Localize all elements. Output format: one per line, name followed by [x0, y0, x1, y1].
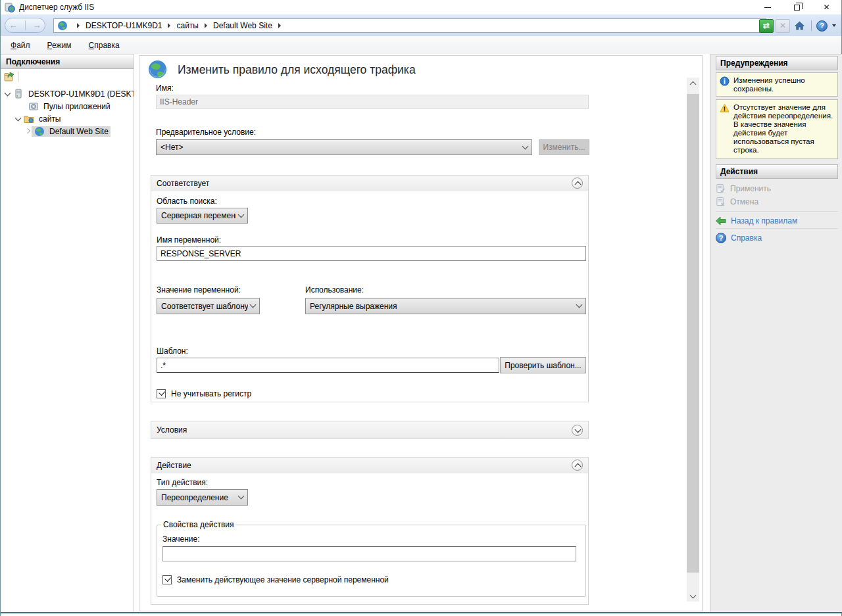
test-pattern-button[interactable]: Проверить шаблон...	[500, 357, 586, 373]
value-match-select[interactable]: Соответствует шаблону	[157, 298, 260, 314]
tree-item-default-web-site[interactable]: Default Web Site	[1, 125, 134, 137]
app-pools-icon	[28, 101, 39, 112]
minimize-button[interactable]	[753, 0, 782, 14]
back-arrow-icon	[716, 216, 726, 225]
change-button[interactable]: Изменить...	[539, 139, 589, 155]
action-section-title: Действие	[157, 461, 572, 470]
help-label[interactable]: Справка	[731, 233, 762, 243]
site-globe-icon	[34, 126, 45, 137]
pattern-label: Шаблон:	[157, 346, 188, 356]
action-type-label: Тип действия:	[157, 478, 208, 487]
breadcrumb-server[interactable]: DESKTOP-U1MK9D1	[86, 21, 162, 30]
menu-file[interactable]: Файл	[11, 39, 38, 52]
value-label: Значение:	[162, 534, 200, 544]
back-to-rules-label[interactable]: Назад к правилам	[731, 216, 797, 225]
sites-folder-icon	[24, 114, 34, 124]
breadcrumb-sites[interactable]: сайты	[176, 21, 199, 30]
precondition-label: Предварительное условие:	[156, 128, 256, 137]
tree-item-label[interactable]: сайты	[37, 114, 63, 124]
main-content: Изменить правило для исходящего трафика …	[135, 54, 710, 612]
match-section: Соответствует Область поиска: Серверная …	[151, 175, 589, 402]
nav-buttons: ← →	[5, 18, 45, 33]
menu-help[interactable]: Справка	[89, 39, 128, 52]
apply-icon	[716, 183, 726, 193]
tree-item-label[interactable]: Пулы приложений	[41, 101, 112, 112]
collapse-section-icon[interactable]	[572, 178, 583, 189]
globe-icon	[57, 20, 68, 31]
action-properties-legend: Свойства действия	[161, 520, 235, 529]
connections-toolbar	[1, 69, 134, 85]
tree-item-server[interactable]: DESKTOP-U1MK9D1 (DESKTOP	[1, 87, 134, 100]
info-alert: Изменения успешно сохранены.	[716, 72, 838, 97]
menu-bar: Файл Режим Справка	[1, 36, 841, 54]
replace-checkbox[interactable]	[162, 575, 172, 584]
home-icon[interactable]	[792, 19, 806, 33]
chevron-down-icon	[238, 493, 245, 500]
forward-icon[interactable]: →	[33, 21, 41, 30]
name-label: Имя:	[156, 83, 174, 93]
expand-icon[interactable]	[26, 128, 32, 134]
menu-view[interactable]: Режим	[47, 39, 80, 52]
edit-rule-form: Изменить правило для исходящего трафика …	[139, 55, 703, 611]
tree-item-label[interactable]: DESKTOP-U1MK9D1 (DESKTOP	[26, 89, 134, 99]
action-properties-group: Свойства действия Значение: Заменить дей…	[157, 520, 586, 597]
help-icon: ?	[716, 233, 726, 243]
collapse-icon[interactable]	[5, 91, 11, 97]
server-icon	[13, 89, 24, 99]
scrollbar-thumb[interactable]	[687, 94, 699, 573]
action-type-select[interactable]: Переопределение	[157, 489, 248, 506]
help-dropdown-icon[interactable]	[832, 24, 836, 27]
stop-icon[interactable]: ✕	[776, 19, 790, 33]
title-bar: Диспетчер служб IIS ✕	[1, 0, 841, 14]
precondition-select[interactable]: <Нет>	[156, 139, 532, 155]
connections-header: Подключения	[1, 55, 134, 69]
scope-label: Область поиска:	[157, 197, 217, 206]
close-button[interactable]: ✕	[812, 0, 841, 14]
refresh-icon[interactable]: ⇄	[759, 19, 774, 33]
help-icon[interactable]: ?	[816, 20, 828, 32]
collapse-icon[interactable]	[15, 116, 21, 122]
value-match-label: Значение переменной:	[157, 285, 241, 295]
restore-button[interactable]	[782, 0, 812, 14]
conditions-section-title: Условия	[157, 425, 572, 435]
back-to-rules-action[interactable]: Назад к правилам	[716, 214, 838, 227]
cancel-label[interactable]: Отмена	[730, 197, 758, 206]
iis-manager-window: Диспетчер служб IIS ✕ ← → DESKTOP-U1MK9D…	[0, 0, 842, 616]
tree-item-sites[interactable]: сайты	[1, 112, 134, 125]
back-icon[interactable]: ←	[9, 21, 18, 30]
cancel-action: Отмена	[716, 195, 838, 208]
info-icon	[720, 76, 730, 86]
scope-select[interactable]: Серверная переменн	[157, 208, 248, 224]
alerts-header: Предупреждения	[716, 56, 838, 70]
collapse-section-icon[interactable]	[572, 460, 583, 471]
cancel-icon	[716, 197, 726, 206]
save-connection-icon[interactable]	[4, 72, 14, 82]
app-icon	[5, 2, 15, 12]
breadcrumb-site[interactable]: Default Web Site	[213, 21, 272, 30]
ignore-case-checkbox[interactable]	[157, 389, 166, 398]
variable-name-input[interactable]: RESPONSE_SERVER	[157, 246, 586, 261]
tree-item-app-pools[interactable]: Пулы приложений	[1, 100, 134, 112]
page-globe-icon	[147, 59, 168, 80]
scroll-down-icon[interactable]	[687, 590, 699, 602]
warning-alert: Отсутствует значение для действия переоп…	[716, 99, 838, 159]
chevron-down-icon	[576, 302, 583, 308]
value-input[interactable]	[162, 546, 576, 561]
chevron-down-icon	[250, 302, 257, 308]
connections-tree: DESKTOP-U1MK9D1 (DESKTOP Пулы приложений…	[1, 87, 134, 137]
apply-label[interactable]: Применить	[730, 184, 771, 193]
help-action[interactable]: ? Справка	[716, 231, 838, 244]
actions-panel: Предупреждения Изменения успешно сохране…	[710, 54, 842, 612]
breadcrumb[interactable]: DESKTOP-U1MK9D1 сайты Default Web Site	[53, 18, 766, 33]
using-select[interactable]: Регулярные выражения	[305, 298, 586, 314]
connections-panel: Подключения DESKTOP-U1MK9D1 (DESKTOP	[1, 54, 134, 612]
pattern-input[interactable]: .*	[157, 358, 499, 373]
vertical-scrollbar[interactable]	[687, 78, 699, 602]
expand-section-icon[interactable]	[572, 425, 583, 436]
window-bottom-border	[1, 612, 842, 613]
chevron-down-icon	[238, 211, 245, 218]
window-title: Диспетчер служб IIS	[19, 3, 94, 12]
actions-header: Действия	[716, 164, 838, 179]
scroll-up-icon[interactable]	[687, 78, 699, 89]
tree-item-label[interactable]: Default Web Site	[47, 126, 111, 137]
